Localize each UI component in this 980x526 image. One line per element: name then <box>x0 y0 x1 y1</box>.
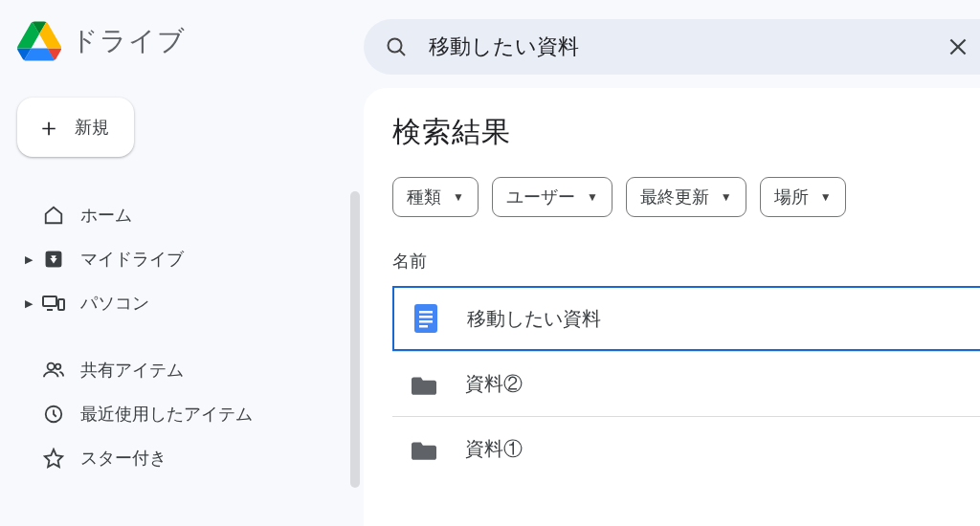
docs-icon <box>413 304 438 333</box>
chevron-down-icon: ▼ <box>587 190 598 204</box>
svg-rect-12 <box>419 311 433 314</box>
expand-icon[interactable]: ▶ <box>17 253 40 266</box>
search-input[interactable] <box>429 34 946 59</box>
file-name: 資料② <box>465 371 523 397</box>
sidebar-item-home[interactable]: ホーム <box>17 193 364 237</box>
sidebar-item-mydrive[interactable]: ▶ マイドライブ <box>17 237 364 281</box>
sidebar-item-computers[interactable]: ▶ パソコン <box>17 281 364 325</box>
drive-logo-icon <box>17 21 61 61</box>
file-row[interactable]: 移動したい資料 <box>392 286 980 351</box>
chip-label: 場所 <box>774 186 809 208</box>
sidebar-item-label: マイドライブ <box>80 248 184 271</box>
svg-point-4 <box>48 363 55 370</box>
svg-point-5 <box>56 364 61 370</box>
star-icon <box>40 448 67 469</box>
chip-label: ユーザー <box>506 186 575 208</box>
new-button-label: 新規 <box>75 116 109 139</box>
clock-icon <box>40 404 67 425</box>
file-row[interactable]: 資料① <box>392 416 980 481</box>
filter-modified[interactable]: 最終更新 ▼ <box>626 177 746 217</box>
svg-rect-14 <box>419 320 433 323</box>
column-header-name[interactable]: 名前 <box>392 250 980 273</box>
main-panel: 検索結果 種類 ▼ ユーザー ▼ 最終更新 ▼ 場所 ▼ <box>364 88 980 526</box>
sidebar-item-label: パソコン <box>80 292 149 315</box>
chip-label: 種類 <box>407 186 441 208</box>
folder-icon <box>412 373 436 396</box>
svg-point-7 <box>389 39 402 53</box>
svg-rect-2 <box>58 299 64 310</box>
sidebar-nav: ホーム ▶ マイドライブ ▶ パソコン <box>17 193 364 480</box>
sidebar-item-label: ホーム <box>80 204 132 227</box>
svg-rect-1 <box>43 296 56 306</box>
chevron-down-icon: ▼ <box>820 190 832 204</box>
drive-icon <box>40 249 67 270</box>
clear-search-button[interactable] <box>946 34 980 59</box>
svg-rect-11 <box>414 304 437 333</box>
sidebar-item-shared[interactable]: 共有アイテム <box>17 348 364 392</box>
chip-label: 最終更新 <box>640 186 709 208</box>
filter-user[interactable]: ユーザー ▼ <box>492 177 612 217</box>
expand-icon[interactable]: ▶ <box>17 297 40 310</box>
sidebar-item-label: スター付き <box>80 447 167 470</box>
svg-rect-13 <box>419 316 433 318</box>
sidebar-item-recent[interactable]: 最近使用したアイテム <box>17 392 364 436</box>
devices-icon <box>40 294 67 313</box>
sidebar-item-label: 共有アイテム <box>80 359 184 382</box>
people-icon <box>40 360 67 381</box>
page-title: 検索結果 <box>392 113 980 152</box>
filter-chips: 種類 ▼ ユーザー ▼ 最終更新 ▼ 場所 ▼ <box>392 177 980 217</box>
plus-icon: ＋ <box>36 115 61 140</box>
filter-location[interactable]: 場所 ▼ <box>760 177 846 217</box>
brand-name: ドライブ <box>71 23 186 59</box>
svg-rect-15 <box>419 325 428 328</box>
sidebar-item-label: 最近使用したアイテム <box>80 403 253 426</box>
chevron-down-icon: ▼ <box>453 190 464 204</box>
sidebar-item-starred[interactable]: スター付き <box>17 436 364 480</box>
file-name: 資料① <box>465 436 523 462</box>
search-bar <box>364 19 980 75</box>
new-button[interactable]: ＋ 新規 <box>17 98 134 157</box>
file-name: 移動したい資料 <box>467 306 601 332</box>
home-icon <box>40 205 67 226</box>
brand: ドライブ <box>17 0 364 61</box>
svg-line-8 <box>400 51 406 56</box>
filter-type[interactable]: 種類 ▼ <box>392 177 479 217</box>
scrollbar[interactable] <box>350 191 360 488</box>
chevron-down-icon: ▼ <box>721 190 732 204</box>
folder-icon <box>412 438 436 461</box>
results-list: 移動したい資料 資料② 資料① <box>392 286 980 481</box>
search-icon <box>385 35 408 58</box>
file-row[interactable]: 資料② <box>392 351 980 416</box>
